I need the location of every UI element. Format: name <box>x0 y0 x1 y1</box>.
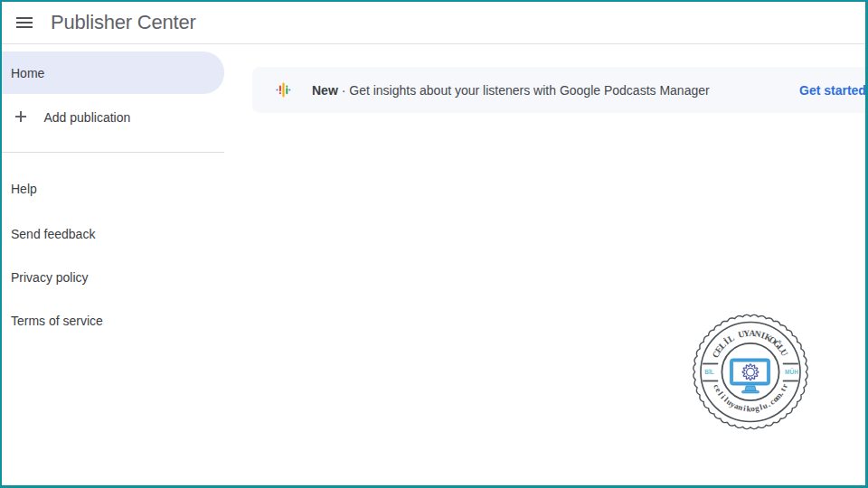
svg-text:BİL: BİL <box>704 369 714 375</box>
svg-text:MÜH: MÜH <box>785 368 798 375</box>
